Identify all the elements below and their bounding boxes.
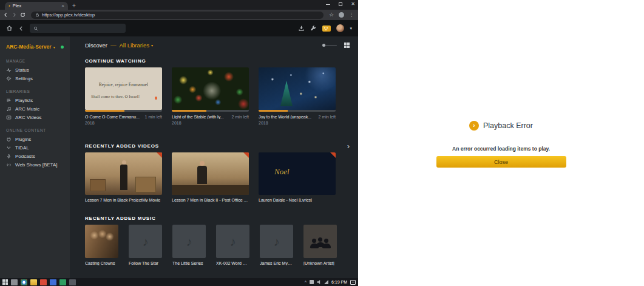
- new-tab-button[interactable]: +: [72, 3, 76, 10]
- browser-refresh-button[interactable]: [20, 12, 25, 18]
- music-note-icon: ♪: [143, 236, 149, 248]
- browser-tab-strip: › Plex × + ✕: [0, 0, 358, 10]
- album-card: ♪ The Little Series: [172, 225, 206, 265]
- plex-top-bar: ▾: [0, 20, 358, 36]
- media-thumbnail[interactable]: [85, 152, 162, 195]
- album-title[interactable]: Follow The Star: [129, 261, 162, 265]
- media-title[interactable]: Lauren Daigle - Noel [Lyrics]: [259, 198, 336, 202]
- plex-favicon-icon: ›: [8, 4, 10, 9]
- media-thumbnail[interactable]: Noel: [259, 152, 336, 195]
- unwatched-corner-badge: [330, 152, 336, 158]
- taskbar-app-explorer-icon[interactable]: [30, 279, 37, 285]
- tab-title: Plex: [13, 3, 59, 9]
- sidebar-item-web-shows[interactable]: Web Shows [BETA]: [0, 160, 70, 169]
- minimize-button[interactable]: [326, 4, 330, 5]
- music-note-icon: ♪: [230, 236, 236, 248]
- sidebar-item-arc-music[interactable]: ARC Music: [0, 104, 70, 113]
- volume-icon[interactable]: [317, 280, 321, 284]
- taskbar-app-chrome-icon[interactable]: [21, 279, 27, 285]
- album-cover[interactable]: ♪: [129, 225, 162, 258]
- media-thumbnail[interactable]: [172, 67, 249, 110]
- progress-bar: [259, 110, 336, 112]
- candle-flame-art: [155, 97, 157, 100]
- taskbar-app-icon-5[interactable]: [50, 279, 56, 285]
- album-title[interactable]: The Little Series: [172, 261, 206, 265]
- album-cover[interactable]: ♪: [260, 225, 293, 258]
- home-icon[interactable]: [6, 25, 13, 32]
- plex-search-box[interactable]: [30, 24, 126, 33]
- start-button[interactable]: [2, 279, 8, 285]
- media-thumbnail[interactable]: Rejoice, rejoice Emmanuel Shall come to …: [85, 67, 162, 110]
- back-arrow-icon[interactable]: [18, 26, 24, 32]
- music-note-icon: ♪: [274, 236, 280, 248]
- section-title: RECENTLY ADDED VIDEOS: [85, 143, 159, 149]
- network-icon[interactable]: [324, 280, 328, 284]
- album-title[interactable]: James Eric Myers: [260, 261, 293, 265]
- sidebar-item-arc-videos[interactable]: ARC Videos: [0, 113, 70, 121]
- taskbar-app-icon-6[interactable]: [59, 279, 66, 285]
- media-title[interactable]: Light of the Stable (with ly...: [172, 115, 229, 119]
- media-thumbnail[interactable]: [259, 67, 336, 110]
- browser-forward-button[interactable]: [12, 12, 17, 18]
- maximize-button[interactable]: [339, 2, 342, 6]
- webshows-icon: [6, 162, 12, 168]
- taskbar-app-icon-7[interactable]: [69, 279, 76, 285]
- action-center-icon[interactable]: [350, 280, 356, 285]
- address-bar[interactable]: https://app.plex.tv/desktop: [31, 12, 324, 19]
- activity-downloads-icon[interactable]: [298, 25, 305, 32]
- recent-videos-row: Lesson 7 Men in Black ProjectMy Movie Le…: [85, 152, 350, 202]
- browser-tab[interactable]: › Plex ×: [5, 2, 68, 10]
- user-menu-caret-icon[interactable]: ▾: [350, 26, 352, 30]
- grid-view-icon[interactable]: [344, 43, 347, 45]
- search-input[interactable]: [41, 26, 122, 31]
- promo-tile-icon[interactable]: [322, 26, 331, 32]
- screen: › Plex × + ✕: [0, 0, 644, 286]
- sidebar-item-playlists[interactable]: Playlists: [0, 96, 70, 104]
- browser-back-button[interactable]: [3, 12, 8, 18]
- close-button[interactable]: Close: [436, 156, 566, 168]
- settings-icon: [6, 76, 12, 81]
- media-title[interactable]: O Come O Come Emmanu...: [85, 115, 143, 119]
- card-size-slider[interactable]: [322, 43, 337, 47]
- close-window-button[interactable]: ✕: [351, 2, 355, 7]
- media-title[interactable]: Joy to the World (unspeak...: [259, 115, 316, 119]
- taskbar-app-icon-1[interactable]: [11, 279, 18, 285]
- sidebar-section-libraries: LIBRARIES: [0, 83, 70, 96]
- taskbar-app-icon-4[interactable]: [40, 279, 47, 285]
- tab-close-icon[interactable]: ×: [61, 4, 64, 9]
- filter-caret-icon[interactable]: ▾: [151, 43, 153, 47]
- library-filter-dropdown[interactable]: All Libraries: [119, 42, 149, 49]
- bookmark-star-icon[interactable]: ☆: [329, 12, 334, 18]
- video-icon: [6, 115, 12, 120]
- sidebar-item-settings[interactable]: Settings: [0, 74, 70, 83]
- sidebar-item-tidal[interactable]: TIDAL: [0, 143, 70, 152]
- tray-expand-icon[interactable]: ^: [305, 280, 307, 284]
- browser-menu-icon[interactable]: ⋮: [349, 13, 354, 18]
- album-cover[interactable]: ♪: [216, 225, 249, 258]
- album-card: [Unknown Artist]: [303, 225, 337, 265]
- settings-wrench-icon[interactable]: [310, 25, 317, 32]
- server-selector[interactable]: ARC-Media-Server ▾: [0, 41, 70, 52]
- sidebar-item-plugins[interactable]: Plugins: [0, 135, 70, 143]
- toolbar-right-icons: ☆ ⋮: [329, 12, 355, 18]
- media-year: 2018: [172, 121, 249, 125]
- media-card: Rejoice, rejoice Emmanuel Shall come to …: [85, 67, 162, 125]
- album-cover[interactable]: [85, 225, 118, 258]
- album-title[interactable]: Casting Crowns: [85, 261, 118, 265]
- album-cover[interactable]: ♪: [172, 225, 206, 258]
- media-year: 2018: [259, 121, 336, 125]
- clock[interactable]: 6:19 PM: [331, 280, 347, 284]
- sidebar-item-podcasts[interactable]: Podcasts: [0, 152, 70, 160]
- user-avatar[interactable]: [336, 24, 344, 32]
- album-cover[interactable]: [303, 225, 337, 258]
- scroll-right-chevron-icon[interactable]: ›: [347, 144, 350, 149]
- tray-shield-icon[interactable]: [310, 280, 314, 284]
- media-title[interactable]: Lesson 7 Men in Black ProjectMy Movie: [85, 198, 162, 202]
- album-title[interactable]: [Unknown Artist]: [303, 261, 337, 265]
- sidebar-item-status[interactable]: Status: [0, 66, 70, 74]
- media-thumbnail[interactable]: [172, 152, 249, 195]
- media-title[interactable]: Lesson 7 Men in Black II - Post Office A…: [172, 198, 249, 202]
- tree-art: [279, 81, 294, 106]
- album-title[interactable]: XK-002 Word Music: [216, 261, 249, 265]
- browser-profile-icon[interactable]: [339, 12, 344, 18]
